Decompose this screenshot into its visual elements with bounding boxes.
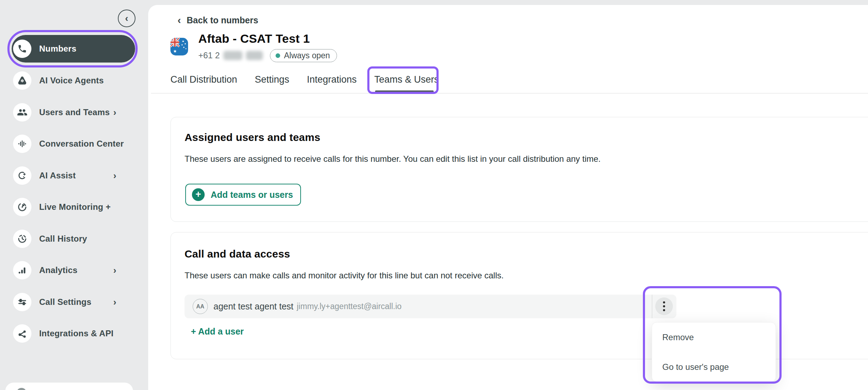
context-menu: Remove Go to user's page <box>652 322 776 382</box>
tab-integrations[interactable]: Integrations <box>307 73 357 87</box>
sidebar-item-label: AI Voice Agents <box>39 76 104 85</box>
sidebar-item-label: Call Settings <box>39 297 91 307</box>
sidebar-item-label: Live Monitoring + <box>39 202 111 212</box>
add-teams-or-users-button[interactable]: + Add teams or users <box>185 184 301 206</box>
status-badge: Always open <box>270 49 337 62</box>
phone-icon <box>13 40 31 58</box>
section-description: These users are assigned to receive call… <box>185 154 601 164</box>
australia-flag-icon <box>170 38 188 55</box>
phone-row: +61 2 Always open <box>198 49 337 62</box>
section-title: Call and data access <box>185 248 290 260</box>
users-icon <box>13 103 31 122</box>
kebab-dot <box>663 305 665 307</box>
chevron-right-icon: › <box>113 170 116 181</box>
chevron-right-icon: › <box>113 297 116 308</box>
tab-call-distribution[interactable]: Call Distribution <box>170 73 237 87</box>
tabs-divider <box>151 93 868 94</box>
tab-settings[interactable]: Settings <box>255 73 289 87</box>
tab-teams-users[interactable]: Teams & Users <box>374 73 439 87</box>
back-link-label: Back to numbers <box>187 15 258 25</box>
avatar: AA <box>193 299 208 314</box>
sidebar-item-integrations-api[interactable]: Integrations & API <box>12 320 135 347</box>
menu-item-remove[interactable]: Remove <box>652 323 776 352</box>
sidebar-item-label: Users and Teams <box>39 107 110 117</box>
plus-icon: + <box>192 188 205 201</box>
add-teams-or-users-label: Add teams or users <box>211 190 293 200</box>
call-history-icon <box>13 230 31 248</box>
assigned-users-card: Assigned users and teams These users are… <box>170 117 868 222</box>
active-tab-underline <box>375 90 434 92</box>
sidebar-item-label: Integrations & API <box>39 329 114 338</box>
chevron-right-icon: › <box>113 107 116 118</box>
sidebar-item-label: Numbers <box>39 44 76 54</box>
back-to-numbers-link[interactable]: ‹ Back to numbers <box>177 15 258 25</box>
redacted-phone-segment <box>246 51 263 60</box>
sidebar-item-label: Conversation Center <box>39 139 124 149</box>
status-dot-icon <box>276 53 280 58</box>
ai-voice-agents-icon <box>13 71 31 90</box>
sidebar-bottom-card[interactable] <box>5 383 133 390</box>
section-description: These users can make calls and monitor a… <box>185 271 504 280</box>
sidebar-item-label: Call History <box>39 234 87 244</box>
sidebar-collapse-button[interactable]: ‹ <box>118 10 135 27</box>
kebab-dot <box>663 309 665 311</box>
status-badge-label: Always open <box>284 51 330 60</box>
analytics-icon <box>13 261 31 279</box>
sidebar-item-numbers[interactable]: Numbers <box>12 35 135 63</box>
page-title: Aftab - CSAT Test 1 <box>198 32 310 46</box>
avatar <box>17 388 26 390</box>
sidebar: ‹ Numbers AI Voice Agents Users and Team… <box>0 0 148 390</box>
chevron-left-icon: ‹ <box>177 15 181 25</box>
add-a-user-link[interactable]: + Add a user <box>191 326 244 337</box>
waveform-icon <box>13 135 31 153</box>
sidebar-item-ai-voice-agents[interactable]: AI Voice Agents <box>12 67 135 94</box>
integrations-icon <box>13 324 31 343</box>
sidebar-item-live-monitoring[interactable]: Live Monitoring + <box>12 193 135 221</box>
chevron-left-icon: ‹ <box>125 13 128 23</box>
sidebar-item-users-and-teams[interactable]: Users and Teams › <box>12 99 135 126</box>
menu-item-go-to-users-page[interactable]: Go to user's page <box>652 352 776 382</box>
kebab-menu-button[interactable] <box>655 297 673 315</box>
sidebar-item-call-history[interactable]: Call History <box>12 225 135 253</box>
phone-number: +61 2 <box>198 51 220 60</box>
ai-assist-icon <box>13 166 31 185</box>
sidebar-item-call-settings[interactable]: Call Settings › <box>12 288 135 316</box>
user-row: AA agent test agent test jimmy.ly+agentt… <box>185 295 676 318</box>
kebab-dot <box>663 301 665 303</box>
call-settings-icon <box>13 293 31 311</box>
row-divider <box>652 295 652 318</box>
tab-bar: Call Distribution Settings Integrations … <box>170 73 439 87</box>
chevron-right-icon: › <box>113 265 116 276</box>
sidebar-item-conversation-center[interactable]: Conversation Center <box>12 130 135 158</box>
user-email: jimmy.ly+agenttest@aircall.io <box>297 302 402 311</box>
sidebar-item-label: AI Assist <box>39 171 76 181</box>
user-name: agent test agent test <box>213 301 294 312</box>
main-panel: ‹ Back to numbers <box>148 5 868 390</box>
live-monitoring-icon <box>13 198 31 216</box>
sidebar-item-analytics[interactable]: Analytics › <box>12 256 135 284</box>
sidebar-item-label: Analytics <box>39 265 78 275</box>
redacted-phone-segment <box>223 51 242 60</box>
sidebar-item-ai-assist[interactable]: AI Assist › <box>12 162 135 189</box>
section-title: Assigned users and teams <box>185 131 320 143</box>
